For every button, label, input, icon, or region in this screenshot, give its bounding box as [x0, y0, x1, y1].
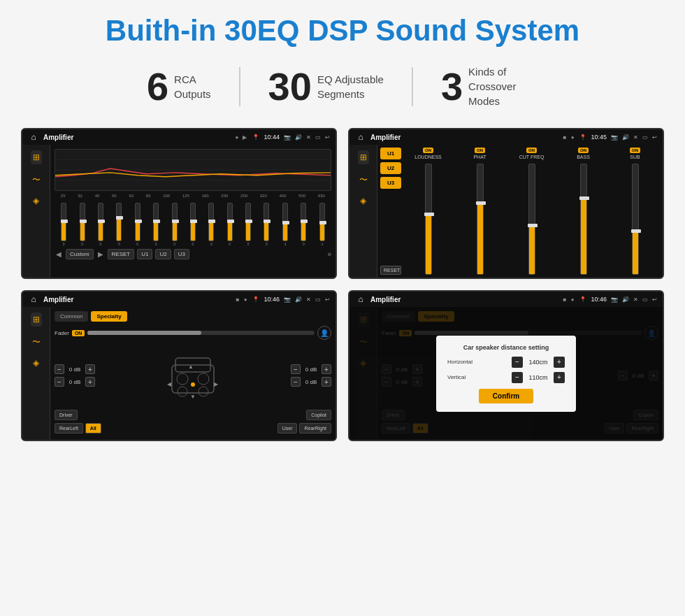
eq-slider-2[interactable]: 0	[80, 203, 85, 246]
spk-minus-3[interactable]: −	[291, 364, 301, 374]
spk-plus-4[interactable]: +	[322, 377, 331, 387]
crossover-volume-icon: 🔊	[622, 134, 629, 141]
crossover-home-icon[interactable]: ⌂	[355, 131, 366, 143]
crossover-u2-btn[interactable]: U2	[380, 162, 401, 174]
eq-slider-5[interactable]: 0	[135, 203, 140, 246]
crossover-back-icon[interactable]: ↩	[652, 134, 657, 141]
crossover-camera-icon: 📷	[611, 134, 618, 141]
horizontal-plus-btn[interactable]: +	[554, 357, 565, 368]
eq-next-arrow[interactable]: ▶	[96, 249, 105, 259]
profile-icon[interactable]: 👤	[317, 326, 331, 340]
btn-copilot[interactable]: Copilot	[306, 410, 331, 420]
bass-slider[interactable]	[580, 164, 587, 275]
btn-user[interactable]: User	[277, 423, 298, 434]
spk-minus-1[interactable]: −	[55, 364, 64, 374]
speaker-time: 10:46	[264, 296, 280, 303]
eq-slider-3[interactable]: 0	[98, 203, 103, 246]
eq-slider-6[interactable]: 0	[153, 203, 159, 246]
loudness-slider[interactable]	[425, 164, 432, 275]
tab-specialty[interactable]: Specialty	[91, 311, 127, 322]
crossover-sidebar-wave[interactable]: 〜	[359, 174, 368, 186]
eq-u1-btn[interactable]: U1	[137, 249, 152, 259]
speaker-controls-row: − 0 dB + − 0 dB +	[55, 344, 331, 407]
stat-label-crossover: Kinds ofCrossover Modes	[468, 64, 538, 108]
crossover-screen-title: Amplifier	[370, 134, 559, 141]
crossover-u1-btn[interactable]: U1	[380, 148, 401, 159]
eq-slider-13[interactable]: -1	[282, 203, 288, 246]
eq-reset-btn[interactable]: RESET	[108, 249, 135, 259]
window-icon: ▭	[315, 134, 321, 141]
cutfreq-slider[interactable]	[528, 164, 535, 275]
eq-u2-btn[interactable]: U2	[155, 249, 171, 259]
eq-slider-9[interactable]: 0	[208, 203, 214, 246]
eq-u3-btn[interactable]: U3	[174, 249, 189, 259]
eq-slider-14[interactable]: 0	[301, 203, 306, 246]
btn-driver[interactable]: Driver	[55, 410, 78, 420]
speaker-fader-row: Fader ON 👤	[55, 326, 331, 340]
crossover-reset-btn[interactable]: RESET	[380, 266, 401, 275]
spk-db-row-3: − 0 dB +	[291, 364, 331, 374]
dialog-home-icon[interactable]: ⌂	[355, 294, 366, 305]
spk-plus-1[interactable]: +	[85, 364, 95, 374]
stat-number-eq: 30	[268, 67, 312, 106]
dialog-screen-title: Amplifier	[370, 296, 559, 303]
speaker-sidebar-wave[interactable]: 〜	[32, 336, 41, 348]
crossover-location-icon: 📍	[579, 134, 586, 141]
back-icon[interactable]: ↩	[325, 134, 330, 141]
vertical-minus-btn[interactable]: −	[512, 372, 523, 383]
vertical-plus-btn[interactable]: +	[554, 372, 565, 383]
eq-sidebar-settings[interactable]: ⊞	[31, 150, 42, 164]
confirm-button[interactable]: Confirm	[479, 389, 533, 403]
eq-slider-15[interactable]: -1	[319, 203, 325, 246]
spk-minus-2[interactable]: −	[55, 377, 64, 387]
spk-plus-2[interactable]: +	[85, 377, 95, 387]
eq-sidebar-wave[interactable]: 〜	[32, 174, 41, 186]
svg-point-9	[191, 382, 195, 387]
btn-rearright[interactable]: RearRight	[299, 423, 331, 434]
stat-number-crossover: 3	[441, 67, 463, 106]
btn-all[interactable]: All	[85, 423, 101, 434]
speaker-right-controls: − 0 dB + − 0 dB +	[291, 364, 331, 387]
spk-plus-3[interactable]: +	[322, 364, 331, 374]
tab-common[interactable]: Common	[55, 311, 88, 322]
spk-minus-4[interactable]: −	[291, 377, 301, 387]
horizontal-minus-btn[interactable]: −	[512, 357, 523, 368]
crossover-sidebar-settings[interactable]: ⊞	[358, 150, 369, 164]
eq-slider-1[interactable]: 0	[61, 203, 66, 246]
speaker-main-area: Common Specialty Fader ON 👤	[50, 307, 336, 440]
eq-more-arrows[interactable]: »	[327, 250, 331, 258]
dialog-back-icon[interactable]: ↩	[652, 296, 657, 303]
speaker-home-icon[interactable]: ⌂	[28, 294, 39, 305]
eq-slider-4[interactable]: 5	[116, 203, 122, 246]
eq-screen-content: ⊞ 〜 ◈	[22, 145, 336, 278]
eq-slider-11[interactable]: 0	[245, 203, 251, 246]
speaker-sidebar-settings[interactable]: ⊞	[31, 313, 42, 327]
phat-on-badge: ON	[475, 148, 485, 153]
phat-slider[interactable]	[477, 164, 484, 275]
eq-slider-10[interactable]: 0	[227, 203, 233, 246]
eq-slider-12[interactable]: 0	[264, 203, 269, 246]
home-icon[interactable]: ⌂	[28, 131, 39, 143]
vertical-label: Vertical	[447, 374, 509, 380]
fader-bar[interactable]	[87, 331, 315, 335]
eq-prev-arrow[interactable]: ◀	[55, 249, 63, 259]
fader-on-badge: ON	[72, 330, 85, 336]
eq-status-dots: ● ▶	[235, 134, 248, 141]
crossover-sidebar-speaker[interactable]: ◈	[360, 196, 366, 206]
dialog-screen: ⌂ Amplifier ■ ● 📍 10:46 📷 🔊 ✕ ▭ ↩ ⊞ 〜 ◈	[348, 290, 664, 441]
speaker-tabs: Common Specialty	[55, 311, 331, 322]
crossover-u3-btn[interactable]: U3	[380, 177, 401, 189]
eq-slider-8[interactable]: 0	[190, 203, 196, 246]
speaker-sidebar-speaker[interactable]: ◈	[33, 358, 39, 368]
speaker-back-icon[interactable]: ↩	[325, 296, 330, 303]
stats-row: 6 RCAOutputs 30 EQ AdjustableSegments 3 …	[21, 64, 664, 108]
dialog-title: Car speaker distance setting	[447, 344, 565, 351]
eq-slider-7[interactable]: 0	[172, 203, 178, 246]
distance-dialog: Car speaker distance setting Horizontal …	[436, 336, 576, 412]
sub-slider[interactable]	[632, 164, 639, 275]
horizontal-row: Horizontal − 140cm +	[447, 357, 565, 368]
eq-custom-btn[interactable]: Custom	[66, 249, 94, 259]
btn-rearleft[interactable]: RearLeft	[55, 423, 83, 434]
eq-sidebar-speaker[interactable]: ◈	[33, 196, 39, 206]
bass-on-badge: ON	[578, 148, 589, 153]
